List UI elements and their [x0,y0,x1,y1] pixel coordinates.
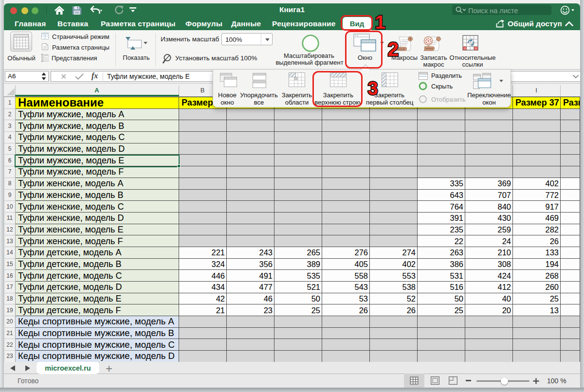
svg-text:3: 3 [367,78,378,98]
svg-text:2: 2 [388,38,399,59]
svg-text:1: 1 [375,12,385,32]
